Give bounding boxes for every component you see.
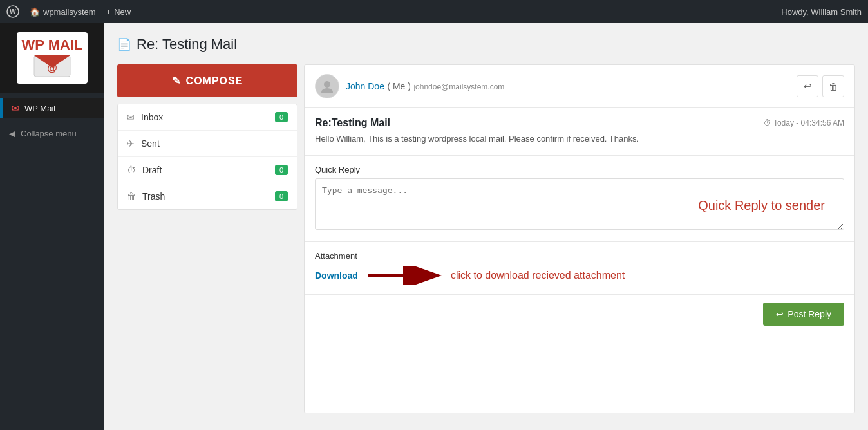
inbox-label: Inbox — [141, 112, 163, 122]
compose-button[interactable]: ✎ COMPOSE — [117, 64, 297, 97]
howdy-text: Howdy, William Smith — [781, 7, 862, 17]
collapse-icon: ◀ — [9, 129, 15, 138]
sender-avatar — [315, 74, 339, 98]
email-subject: Re:Testing Mail — [315, 117, 390, 129]
arrow-annotation: click to download recieved attachment — [368, 266, 625, 285]
trash-left: 🗑 Trash — [127, 191, 165, 201]
new-label: New — [114, 7, 131, 17]
site-name: wpmailsystem — [43, 7, 96, 17]
logo-envelope-icon: @ — [33, 52, 71, 78]
quick-reply-textarea[interactable] — [315, 178, 844, 230]
main-content: 📄 Re: Testing Mail ✎ COMPOSE ✉ Inbox — [104, 23, 868, 430]
email-time: ⏱ Today - 04:34:56 AM — [764, 118, 844, 127]
quick-reply-label: Quick Reply — [315, 165, 844, 174]
email-header: John Doe ( Me ) johndoe@mailsystem.com ↩… — [305, 65, 854, 108]
sent-left: ✈ Sent — [127, 138, 160, 149]
email-actions: ↩ 🗑 — [797, 75, 844, 97]
compose-label: COMPOSE — [186, 75, 243, 87]
sidebar-logo: WP MAIL @ — [0, 23, 104, 93]
avatar-icon — [320, 79, 334, 93]
page-title-doc-icon: 📄 — [117, 37, 131, 51]
arrow-icon — [368, 266, 446, 285]
post-reply-label: Post Reply — [788, 309, 831, 319]
left-panel: ✎ COMPOSE ✉ Inbox 0 ✈ Sent — [117, 64, 304, 413]
main-layout: WP MAIL @ ✉ WP Mail ◀ Collapse menu 📄 — [0, 23, 868, 430]
sender-name: John Doe — [346, 81, 384, 91]
admin-bar-site[interactable]: 🏠 wpmailsystem — [30, 7, 96, 17]
inbox-icon: ✉ — [127, 112, 135, 122]
email-subject-row: Re:Testing Mail ⏱ Today - 04:34:56 AM — [315, 117, 844, 129]
trash-label: Trash — [142, 191, 165, 201]
admin-bar-home-icon: 🏠 — [30, 7, 40, 17]
trash-icon: 🗑 — [127, 191, 136, 201]
admin-bar-wp-icon[interactable]: W — [6, 5, 19, 18]
post-reply-button[interactable]: ↩ Post Reply — [763, 303, 844, 326]
mailbox-item-inbox[interactable]: ✉ Inbox 0 — [118, 104, 297, 131]
quick-reply-wrapper: Quick Reply to sender — [315, 178, 844, 232]
mailbox-item-sent[interactable]: ✈ Sent — [118, 131, 297, 157]
email-body: Re:Testing Mail ⏱ Today - 04:34:56 AM He… — [305, 108, 854, 156]
sidebar-menu: ✉ WP Mail — [0, 93, 104, 124]
admin-bar-left: W 🏠 wpmailsystem + New — [6, 5, 131, 18]
attachment-label: Attachment — [315, 251, 844, 261]
draft-left: ⏱ Draft — [127, 165, 162, 175]
draft-label: Draft — [142, 165, 162, 175]
compose-icon: ✎ — [172, 75, 181, 87]
sender-details: John Doe ( Me ) johndoe@mailsystem.com — [346, 80, 504, 92]
attachment-row: Download click to — [315, 266, 844, 285]
admin-bar-new[interactable]: + New — [106, 7, 131, 17]
sidebar-item-wp-mail[interactable]: ✉ WP Mail — [0, 98, 104, 118]
svg-text:@: @ — [47, 62, 57, 73]
admin-bar: W 🏠 wpmailsystem + New Howdy, William Sm… — [0, 0, 868, 23]
attachment-section: Attachment Download — [305, 242, 854, 295]
inbox-badge: 0 — [275, 112, 288, 122]
download-link[interactable]: Download — [315, 270, 358, 281]
sidebar: WP MAIL @ ✉ WP Mail ◀ Collapse menu — [0, 23, 104, 430]
plus-icon: + — [106, 7, 111, 17]
mail-icon: ✉ — [12, 103, 19, 113]
right-panel: John Doe ( Me ) johndoe@mailsystem.com ↩… — [304, 64, 855, 413]
post-reply-icon: ↩ — [776, 309, 784, 319]
draft-badge: 0 — [275, 165, 288, 175]
email-time-value: Today - 04:34:56 AM — [773, 118, 844, 127]
sender-email: johndoe@mailsystem.com — [413, 82, 504, 91]
reply-button[interactable]: ↩ — [797, 75, 818, 97]
mailbox-item-trash[interactable]: 🗑 Trash 0 — [118, 183, 297, 209]
inbox-left: ✉ Inbox — [127, 112, 163, 122]
delete-button[interactable]: 🗑 — [822, 75, 844, 97]
wordpress-icon: W — [6, 5, 19, 18]
mailbox-list: ✉ Inbox 0 ✈ Sent ⏱ Dra — [117, 104, 297, 210]
trash-badge: 0 — [275, 191, 288, 201]
admin-bar-right: Howdy, William Smith — [781, 7, 862, 17]
collapse-label: Collapse menu — [21, 129, 77, 138]
sender-info: John Doe ( Me ) johndoe@mailsystem.com — [315, 74, 504, 98]
svg-text:W: W — [10, 8, 16, 15]
sent-icon: ✈ — [127, 138, 135, 149]
svg-point-5 — [324, 81, 330, 88]
post-reply-footer: ↩ Post Reply — [305, 295, 854, 333]
page-title-row: 📄 Re: Testing Mail — [117, 36, 855, 53]
logo-text: WP MAIL — [22, 38, 83, 52]
draft-icon: ⏱ — [127, 165, 136, 175]
sidebar-wp-mail-label: WP Mail — [24, 104, 55, 113]
quick-reply-section: Quick Reply Quick Reply to sender — [305, 156, 854, 242]
clock-icon: ⏱ — [764, 118, 771, 127]
sender-me-label: ( Me ) — [387, 81, 411, 91]
mailbox-item-draft[interactable]: ⏱ Draft 0 — [118, 157, 297, 183]
page-title: Re: Testing Mail — [137, 36, 237, 53]
sidebar-collapse-menu[interactable]: ◀ Collapse menu — [0, 124, 104, 144]
content-columns: ✎ COMPOSE ✉ Inbox 0 ✈ Sent — [117, 64, 855, 413]
logo-box: WP MAIL @ — [17, 32, 88, 84]
sent-label: Sent — [141, 138, 160, 149]
svg-point-6 — [321, 88, 333, 93]
download-annotation-text: click to download recieved attachment — [451, 270, 625, 281]
email-message: Hello William, This is a testing wordpre… — [315, 133, 844, 146]
